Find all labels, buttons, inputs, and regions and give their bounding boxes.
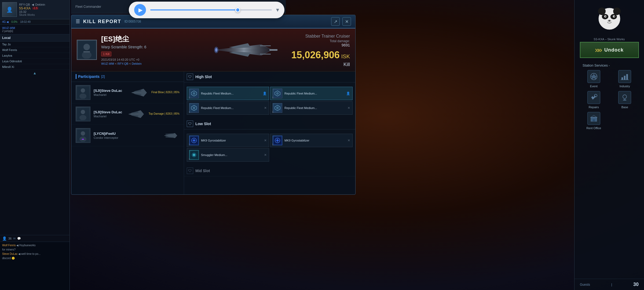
item-name: Republic Fleet Medium... xyxy=(201,92,261,95)
item-close-icon[interactable]: ✕ xyxy=(264,139,267,142)
hamburger-icon[interactable]: ☰ xyxy=(76,19,80,24)
indicator-4g: 4G ◀ xyxy=(2,20,9,23)
items-row: MK9 Gyrostabilizer ✕ 1 MK9 Gyrostabilize… xyxy=(187,134,353,147)
location-sep2: < xyxy=(129,62,131,65)
local-header: Local xyxy=(0,34,69,42)
audio-player[interactable]: ▶ ▾ xyxy=(129,2,284,18)
local-item[interactable]: Tay Jo xyxy=(0,42,69,47)
item-close-icon[interactable]: ✕ xyxy=(264,153,267,157)
person-icon: 👤 xyxy=(346,92,350,95)
svg-point-28 xyxy=(81,131,85,136)
jump-count: 2 jump[s] xyxy=(2,30,67,32)
service-industry[interactable]: Industry xyxy=(611,70,639,88)
item-name: Republic Fleet Medium... xyxy=(284,92,344,95)
chat-sender[interactable]: Steve DuLac xyxy=(2,252,17,255)
list-item[interactable]: Republic Fleet Medium... ✕ 1 xyxy=(270,101,353,115)
participants-header: Participants [2] xyxy=(71,71,184,82)
participants-section: Participants [2] [SJI]Steve DuLac Machar… xyxy=(71,71,355,194)
ship-thumbnail xyxy=(161,129,180,142)
participant-stats: Top Damage | 8263 | 85% xyxy=(149,112,180,116)
isk-value: 15,026,906 xyxy=(291,49,340,61)
list-item[interactable]: Republic Fleet Medium... 👤 1 xyxy=(270,87,353,100)
participant-ship: Machariel xyxy=(94,115,123,118)
table-row[interactable]: [SJI]Steve DuLac Machariel Top Damage | … xyxy=(71,103,184,125)
chat-icon[interactable]: 💬 xyxy=(17,237,21,240)
play-button[interactable]: ▶ xyxy=(134,4,146,16)
close-button[interactable]: ✕ xyxy=(342,17,351,26)
svg-rect-3 xyxy=(83,51,90,52)
chat-text: for miners? xyxy=(2,248,16,251)
svg-point-62 xyxy=(613,8,621,15)
total-damage-label: Total damage: xyxy=(291,39,350,43)
location-link3[interactable]: Deklein xyxy=(132,62,142,65)
list-item[interactable]: Smuggler Medium... ✕ 1 xyxy=(187,148,269,162)
undock-button[interactable]: »» Undock xyxy=(580,42,639,58)
mail-icon[interactable]: ✉ xyxy=(13,237,16,240)
local-count: 36 xyxy=(8,237,12,240)
final-blow-label: Final Blow | 8263 | 85% xyxy=(151,91,180,94)
table-row[interactable]: [SJI]Steve DuLac Machariel Final Blow | … xyxy=(71,82,184,103)
participant-name: [LYCN]iFeelU xyxy=(94,132,158,136)
item-icon xyxy=(273,89,282,98)
gyrostabilizer-icon xyxy=(189,136,199,145)
svg-rect-30 xyxy=(82,139,84,140)
list-item[interactable]: Republic Fleet Medium... 👤 1 xyxy=(187,87,269,100)
low-slot-header: 🛡 Low Slot xyxy=(184,118,355,129)
victim-avatar xyxy=(77,40,97,60)
jump-target[interactable]: WUZ-WM xyxy=(2,26,67,30)
right-sidebar: 5S-KXA – Skunk Works »» Undock Station S… xyxy=(574,0,644,290)
ship-display xyxy=(205,31,280,69)
svg-point-1 xyxy=(83,44,90,50)
svg-point-39 xyxy=(276,92,279,95)
panda-logo xyxy=(593,3,625,35)
progress-track[interactable] xyxy=(150,9,272,10)
scroll-up-button[interactable]: ▲ xyxy=(0,70,69,76)
list-item[interactable]: Republic Fleet Medium... ✕ 1 xyxy=(187,101,269,115)
progress-container[interactable] xyxy=(150,9,272,10)
service-rent-office[interactable]: Rent Office xyxy=(580,112,608,130)
svg-point-67 xyxy=(605,16,606,17)
local-item[interactable]: Wolf Fenris xyxy=(0,47,69,53)
high-slot-items: Republic Fleet Medium... 👤 1 Republic Fl… xyxy=(184,84,355,118)
local-list: Tay Jo Wolf Fenris Lasylva Leya Odinsdot… xyxy=(0,42,69,235)
item-icon xyxy=(189,89,199,98)
location-link2[interactable]: RFY-QB xyxy=(118,62,129,65)
location-link[interactable]: WUZ-WM xyxy=(101,62,114,65)
item-close-icon[interactable]: ✕ xyxy=(347,106,350,110)
char-header: 👤 RFY-QB ◀ Deklein 5S-KXA -1.5 15:32 Sku… xyxy=(0,0,69,19)
chevron-down-icon[interactable]: ▾ xyxy=(276,6,279,13)
svg-line-33 xyxy=(166,137,174,137)
item-close-icon[interactable]: ✕ xyxy=(264,106,267,110)
repairs-icon xyxy=(587,91,600,104)
list-item[interactable]: MK9 Gyrostabilizer ✕ 1 xyxy=(270,134,353,147)
local-item[interactable]: Leya Odinsdoti xyxy=(0,59,69,64)
item-qty: 1 xyxy=(189,96,190,99)
guests-label: Guests xyxy=(580,283,590,287)
item-close-icon[interactable]: ✕ xyxy=(347,139,350,142)
low-slot-title: Low Slot xyxy=(195,122,211,126)
participants-title: Participants xyxy=(78,74,100,79)
panel-actions: ↗ ✕ xyxy=(331,17,351,26)
gyrostabilizer-icon xyxy=(273,136,282,145)
participants-list: Participants [2] [SJI]Steve DuLac Machar… xyxy=(71,71,184,194)
chat-text: ◀ Huybueworks xyxy=(16,244,35,247)
service-event[interactable]: Event xyxy=(580,70,608,88)
service-repairs[interactable]: Repairs xyxy=(580,91,608,109)
participant-ship: Condor Interceptor xyxy=(94,136,158,139)
indicators-bar: 4G ◀ 0.0% 18:02:49 xyxy=(0,19,69,25)
list-item[interactable]: MK9 Gyrostabilizer ✕ 1 xyxy=(187,134,269,147)
chat-message: for miners? xyxy=(2,248,67,251)
time-display: 15:32 xyxy=(19,10,67,13)
local-item[interactable]: Miles8 Xi xyxy=(0,64,69,70)
station-services-label: Station Services - xyxy=(575,63,644,67)
undock-arrows-icon: »» xyxy=(595,46,601,54)
export-button[interactable]: ↗ xyxy=(331,17,340,26)
local-count-row: 👤 36 ✉ 💬 xyxy=(0,235,69,242)
svg-rect-73 xyxy=(621,77,623,80)
local-item[interactable]: Lasylva xyxy=(0,53,69,59)
table-row[interactable]: [LYCN]iFeelU Condor Interceptor xyxy=(71,125,184,146)
progress-thumb[interactable] xyxy=(235,8,240,12)
participant-avatar xyxy=(76,128,90,143)
rent-office-icon xyxy=(587,112,600,125)
service-base[interactable]: Base xyxy=(611,91,639,109)
